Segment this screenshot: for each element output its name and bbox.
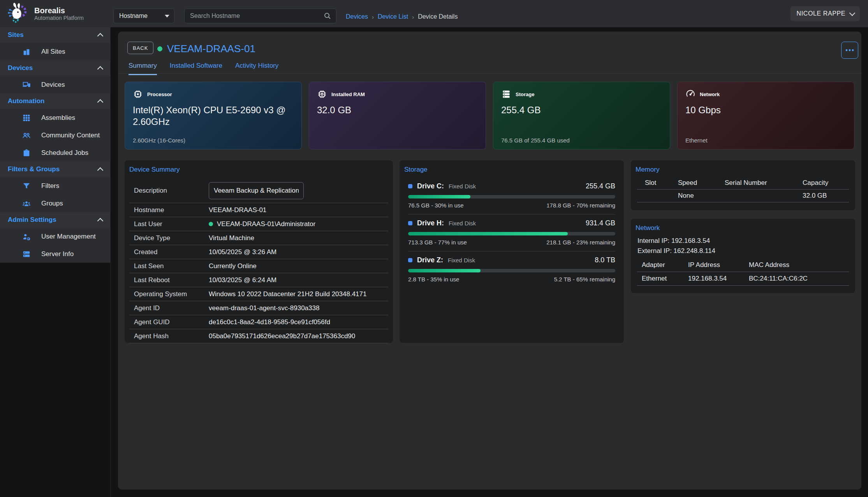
sidebar-nav: Sites All Sites Devices Devices Automati… xyxy=(0,27,110,263)
section-label: Devices xyxy=(8,64,33,72)
row-value: veeam-draas-01-agent-svc-8930a338 xyxy=(209,304,319,312)
brand-name: Borealis xyxy=(34,6,84,15)
sidebar-item-label: Assemblies xyxy=(41,114,75,122)
drive-name: Drive Z: xyxy=(417,256,443,264)
breadcrumb-separator: › xyxy=(412,14,414,20)
grid-icon xyxy=(22,114,31,122)
building-icon xyxy=(22,47,31,56)
drive-c: Drive C: Fixed Disk 255.4 GB 76.5 GB - 3… xyxy=(408,177,615,214)
row-value: Windows 10 2022 Datacenter 21H2 Build 20… xyxy=(209,290,366,298)
internal-ip: Internal IP: 192.168.3.54 xyxy=(637,236,715,246)
memory-cell-speed: None xyxy=(678,190,725,202)
search-icon[interactable] xyxy=(324,12,331,20)
brand-subtitle: Automation Platform xyxy=(34,15,84,21)
back-button[interactable]: BACK xyxy=(127,42,153,54)
row-label: Last User xyxy=(134,220,209,228)
drive-z: Drive Z: Fixed Disk 8.0 TB 2.8 TB - 35% … xyxy=(408,251,615,288)
drive-size: 931.4 GB xyxy=(586,219,615,227)
network-cell-adapter: Ethernet xyxy=(637,272,688,286)
drive-remaining: 5.2 TB - 65% remaining xyxy=(554,276,615,283)
panel-title: Storage xyxy=(404,166,428,174)
hostname-filter-value: Hostname xyxy=(119,12,148,19)
sidebar-item-label: User Management xyxy=(41,233,96,241)
sidebar-section-admin-settings[interactable]: Admin Settings xyxy=(0,212,110,228)
sidebar-section-filters-groups[interactable]: Filters & Groups xyxy=(0,162,110,177)
sidebar-item-scheduled-jobs[interactable]: Scheduled Jobs xyxy=(0,144,110,162)
drive-name: Drive C: xyxy=(417,182,444,190)
row-agent-guid: Agent GUID de16c0c1-8aa2-4d18-9585-9ce91… xyxy=(129,315,388,329)
server-icon xyxy=(22,250,31,258)
row-label: Hostname xyxy=(134,206,209,214)
row-last-seen: Last Seen Currently Online xyxy=(129,259,388,273)
row-label: Agent GUID xyxy=(134,318,209,326)
tab-activity-history[interactable]: Activity History xyxy=(235,62,278,75)
section-label: Sites xyxy=(8,31,24,39)
memory-panel: Memory Slot Speed Serial Number Capacity… xyxy=(631,160,855,210)
sidebar-divider xyxy=(110,27,111,497)
sidebar-item-server-info[interactable]: Server Info xyxy=(0,245,110,263)
tab-summary[interactable]: Summary xyxy=(129,62,157,75)
drive-usage-bar xyxy=(408,195,615,198)
network-cell-ip: 192.168.3.54 xyxy=(688,272,749,286)
sidebar-item-all-sites[interactable]: All Sites xyxy=(0,43,110,60)
row-value: 10/05/2025 @ 3:26 AM xyxy=(209,248,276,256)
drive-bullet-icon xyxy=(408,184,412,188)
row-operating-system: Operating System Windows 10 2022 Datacen… xyxy=(129,287,388,301)
row-label: Agent Hash xyxy=(134,332,209,340)
network-value: 10 Gbps xyxy=(685,104,846,116)
network-table: Adapter IP Address MAC Address Ethernet … xyxy=(637,258,849,286)
sidebar-item-user-management[interactable]: User Management xyxy=(0,228,110,245)
external-ip: External IP: 162.248.8.114 xyxy=(637,246,715,256)
card-title: Installed RAM xyxy=(331,91,365,97)
drive-h: Drive H: Fixed Disk 931.4 GB 713.3 GB - … xyxy=(408,214,615,251)
network-header-mac: MAC Address xyxy=(749,258,849,272)
section-label: Admin Settings xyxy=(8,216,56,224)
network-footer: Ethernet xyxy=(685,137,708,144)
sidebar-item-assemblies[interactable]: Assemblies xyxy=(0,109,110,126)
storage-value: 255.4 GB xyxy=(501,104,662,116)
ram-value: 32.0 GB xyxy=(317,104,478,116)
sidebar-item-label: Scheduled Jobs xyxy=(41,149,88,157)
filter-icon xyxy=(22,182,31,190)
brand-logo-area[interactable]: Borealis Automation Platform xyxy=(5,2,84,26)
search-box xyxy=(184,9,336,23)
drive-size: 8.0 TB xyxy=(595,256,615,264)
memory-header-speed: Speed xyxy=(678,177,725,190)
sidebar-section-sites[interactable]: Sites xyxy=(0,27,110,43)
tab-installed-software[interactable]: Installed Software xyxy=(170,62,222,75)
network-card: Network 10 Gbps Ethernet xyxy=(677,82,854,149)
briefcase-icon xyxy=(22,149,31,157)
hostname-filter-select[interactable]: Hostname xyxy=(113,9,174,23)
sidebar-item-label: Groups xyxy=(41,200,63,207)
ram-chip-icon xyxy=(317,89,327,99)
sidebar-item-filters[interactable]: Filters xyxy=(0,177,110,195)
row-description: Description xyxy=(129,178,388,203)
panel-title: Device Summary xyxy=(129,166,180,174)
chevron-down-icon xyxy=(849,10,856,16)
drive-used: 2.8 TB - 35% in use xyxy=(408,276,459,283)
breadcrumb-device-list[interactable]: Device List xyxy=(378,13,408,20)
search-input[interactable] xyxy=(185,12,324,19)
row-value: 05ba0e7935171d626ecea29b27d7ae175363cd90 xyxy=(209,332,355,340)
row-label: Last Seen xyxy=(134,262,209,270)
breadcrumb-devices[interactable]: Devices xyxy=(346,13,368,20)
caret-down-icon xyxy=(165,15,169,18)
row-label: Agent ID xyxy=(134,304,209,312)
groups-icon xyxy=(22,199,31,208)
installed-ram-card: Installed RAM 32.0 GB xyxy=(309,82,486,149)
network-panel: Network Internal IP: 192.168.3.54 Extern… xyxy=(631,219,855,293)
sidebar-item-groups[interactable]: Groups xyxy=(0,195,110,212)
network-cell-mac: BC:24:11:CA:C6:2C xyxy=(749,272,849,286)
memory-cell-slot xyxy=(637,190,678,202)
sidebar-item-devices[interactable]: Devices xyxy=(0,76,110,93)
chevron-up-icon xyxy=(97,218,104,224)
sidebar-item-community-content[interactable]: Community Content xyxy=(0,126,110,144)
sidebar-section-devices[interactable]: Devices xyxy=(0,60,110,76)
description-input[interactable] xyxy=(209,182,304,199)
more-actions-button[interactable] xyxy=(841,42,858,59)
drive-name: Drive H: xyxy=(417,219,444,227)
user-menu-button[interactable]: NICOLE RAPPE xyxy=(791,6,860,21)
sidebar-section-automation[interactable]: Automation xyxy=(0,93,110,109)
drive-bullet-icon xyxy=(408,258,412,262)
row-label: Operating System xyxy=(134,290,209,298)
